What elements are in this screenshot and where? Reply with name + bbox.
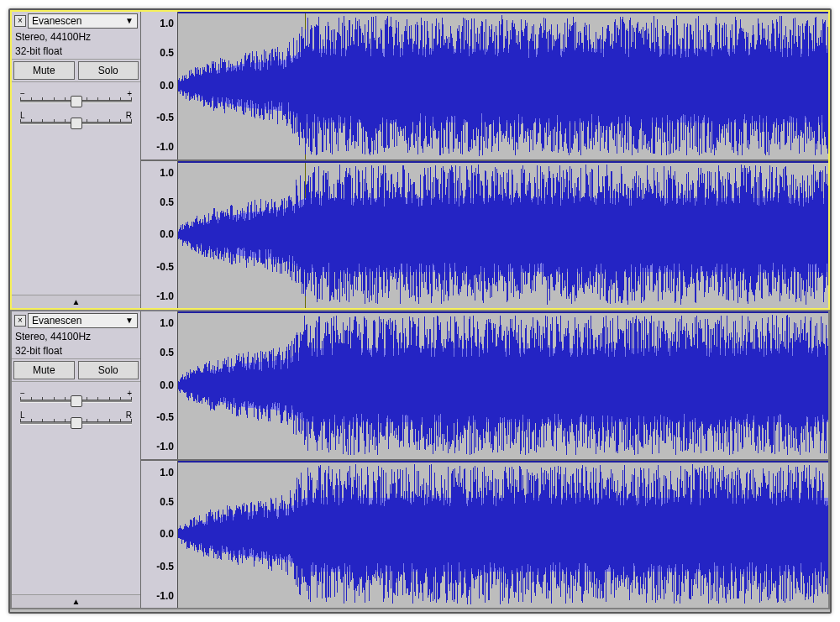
ruler-label: 1.0 (160, 467, 174, 478)
pan-slider[interactable] (20, 122, 132, 125)
waveform-canvas[interactable]: ↔ (178, 161, 828, 309)
pan-slider[interactable] (20, 421, 132, 425)
ruler-label: 1.0 (160, 317, 174, 329)
waveform-canvas[interactable] (178, 461, 828, 609)
track-1: × Evanescen ▼ Stereo, 44100Hz 32-bit flo… (10, 10, 830, 310)
ruler-label: -0.5 (156, 411, 174, 423)
pan-slider-thumb[interactable] (71, 417, 82, 429)
ruler-label: 0.0 (160, 528, 174, 540)
track-format-line1: Stereo, 44100Hz (12, 330, 140, 344)
mute-button[interactable]: Mute (13, 361, 75, 379)
ruler-label: 1.0 (160, 18, 174, 29)
collapse-track-button[interactable]: ▲ (12, 295, 140, 308)
amplitude-ruler: 1.0 0.5 0.0 -0.5 -1.0 (141, 12, 178, 159)
waveform-canvas[interactable] (178, 311, 828, 459)
pan-slider-row: L R (12, 104, 140, 126)
ruler-label: 0.0 (160, 228, 174, 240)
pan-slider-thumb[interactable] (71, 118, 82, 129)
ruler-label: 0.5 (160, 496, 174, 508)
track-channels: 1.0 0.5 0.0 -0.5 -1.0 1.0 0.5 0.0 -0.5 -… (141, 12, 828, 308)
track-name-dropdown[interactable]: Evanescen ▼ (28, 13, 138, 29)
ruler-label: 0.0 (160, 80, 174, 91)
track-format-line2: 32-bit float (12, 344, 140, 358)
track-channels: 1.0 0.5 0.0 -0.5 -1.0 1.0 0.5 0.0 -0.5 -… (141, 311, 828, 608)
waveform-canvas[interactable] (178, 12, 828, 159)
close-track-button[interactable]: × (14, 315, 26, 327)
track-format-line1: Stereo, 44100Hz (12, 30, 140, 44)
gain-slider-row: − + (12, 82, 140, 104)
pan-slider-row: L R (12, 404, 140, 426)
ruler-label: 0.5 (160, 47, 174, 59)
ruler-label: -0.5 (156, 112, 174, 123)
ruler-label: -0.5 (156, 561, 174, 572)
ruler-label: -1.0 (156, 141, 174, 153)
channel-left: 1.0 0.5 0.0 -0.5 -1.0 (141, 311, 828, 461)
gain-slider[interactable] (20, 400, 132, 403)
ruler-label: -1.0 (156, 290, 174, 302)
track-name-label: Evanescen (32, 314, 81, 327)
collapse-track-button[interactable]: ▲ (12, 594, 140, 608)
ruler-label: 1.0 (160, 167, 174, 179)
channel-right: 1.0 0.5 0.0 -0.5 -1.0 ↔ (141, 161, 828, 309)
ruler-label: -1.0 (156, 590, 174, 602)
solo-button[interactable]: Solo (78, 361, 139, 379)
mute-button[interactable]: Mute (13, 61, 75, 80)
dropdown-arrow-icon: ▼ (125, 14, 134, 28)
ruler-label: -0.5 (156, 261, 174, 273)
ruler-label: -1.0 (156, 441, 174, 452)
dropdown-arrow-icon: ▼ (125, 314, 134, 327)
amplitude-ruler: 1.0 0.5 0.0 -0.5 -1.0 (141, 161, 178, 309)
solo-button[interactable]: Solo (78, 61, 139, 80)
gain-slider-row: − + (12, 382, 140, 404)
ruler-label: 0.0 (160, 379, 174, 391)
ruler-label: 0.5 (160, 347, 174, 358)
gain-slider[interactable] (20, 100, 132, 103)
track-name-label: Evanescen (32, 14, 81, 28)
channel-right: 1.0 0.5 0.0 -0.5 -1.0 (141, 461, 828, 609)
track-control-panel: × Evanescen ▼ Stereo, 44100Hz 32-bit flo… (12, 311, 141, 608)
channel-left: 1.0 0.5 0.0 -0.5 -1.0 (141, 12, 828, 161)
track-format-line2: 32-bit float (12, 44, 140, 59)
track-control-panel: × Evanescen ▼ Stereo, 44100Hz 32-bit flo… (12, 12, 141, 308)
track-name-dropdown[interactable]: Evanescen ▼ (28, 313, 138, 328)
amplitude-ruler: 1.0 0.5 0.0 -0.5 -1.0 (141, 461, 178, 609)
ruler-label: 0.5 (160, 196, 174, 208)
close-track-button[interactable]: × (14, 15, 26, 27)
amplitude-ruler: 1.0 0.5 0.0 -0.5 -1.0 (141, 311, 178, 459)
track-2: × Evanescen ▼ Stereo, 44100Hz 32-bit flo… (10, 310, 830, 609)
